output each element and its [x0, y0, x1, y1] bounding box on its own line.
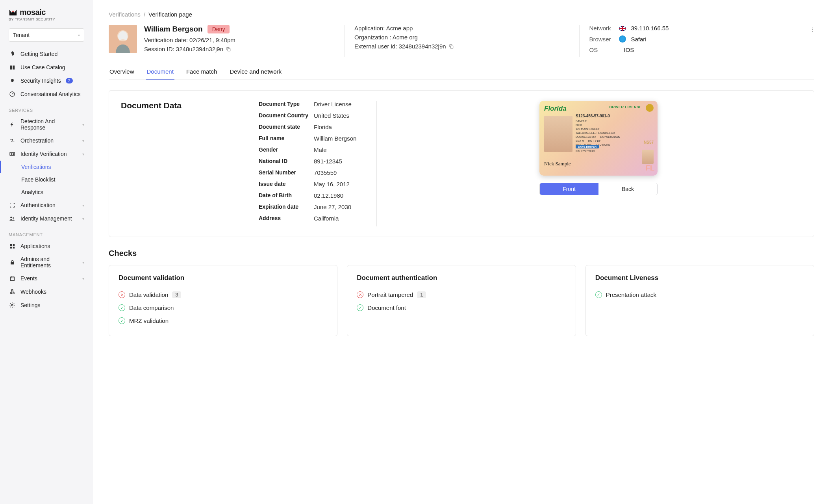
- check-fail-icon: ✕: [357, 291, 363, 298]
- nav-webhooks[interactable]: Webhooks: [0, 285, 93, 298]
- field-key: Full name: [259, 135, 314, 142]
- nav-orchestration[interactable]: Orchestration ▾: [0, 134, 93, 147]
- check-label: MRZ validation: [129, 317, 169, 324]
- check-row[interactable]: ✓Presentation attack: [595, 288, 804, 301]
- breadcrumb-parent[interactable]: Verifications: [109, 11, 141, 18]
- copy-icon[interactable]: [448, 44, 454, 49]
- seal-icon: [646, 104, 654, 112]
- check-row[interactable]: ✓Data comparison: [119, 301, 328, 314]
- toggle-back[interactable]: Back: [598, 183, 657, 195]
- nav-label: Verifications: [21, 164, 51, 170]
- nav-authentication[interactable]: Authentication ▾: [0, 198, 93, 212]
- nav-use-case-catalog[interactable]: Use Case Catalog: [0, 61, 93, 74]
- check-label: Portrait tampered: [367, 291, 413, 298]
- status-badge: Deny: [208, 25, 230, 33]
- field-key: Expiration date: [259, 204, 314, 210]
- nav-verifications[interactable]: Verifications: [0, 161, 93, 173]
- svg-rect-11: [11, 262, 14, 264]
- calendar-icon: [9, 275, 16, 282]
- nav-label: Conversational Analytics: [20, 91, 81, 97]
- check-label: Data validation: [129, 291, 168, 298]
- nav-conversational-analytics[interactable]: Conversational Analytics: [0, 87, 93, 101]
- chevron-down-icon: ▾: [78, 33, 80, 37]
- check-row[interactable]: ✕Data validation3: [119, 288, 328, 301]
- document-field-row: Serial Number7035559: [259, 169, 365, 176]
- check-ok-icon: ✓: [595, 291, 602, 298]
- document-data-title: Document Data: [121, 101, 251, 110]
- nav-security-insights[interactable]: Security Insights 2: [0, 74, 93, 87]
- nav-face-blocklist[interactable]: Face Blocklist: [0, 173, 93, 186]
- check-row[interactable]: ✓Document font: [357, 301, 566, 314]
- copy-icon[interactable]: [226, 46, 231, 52]
- field-value: 891-12345: [314, 158, 342, 165]
- field-value: United States: [314, 112, 349, 119]
- svg-point-5: [10, 217, 12, 218]
- nav-identity-management[interactable]: Identity Management ▾: [0, 212, 93, 225]
- apps-icon: [9, 243, 16, 250]
- field-value: Male: [314, 146, 327, 153]
- tenant-selector[interactable]: Tenant ▾: [9, 28, 84, 42]
- nav-label: Detection And Response: [20, 118, 78, 131]
- browser-label: Browser: [589, 36, 614, 43]
- section-management: MANAGEMENT: [0, 225, 93, 239]
- tab-document[interactable]: Document: [146, 64, 174, 80]
- tabs: Overview Document Face match Device and …: [109, 64, 814, 80]
- check-row[interactable]: ✓MRZ validation: [119, 314, 328, 327]
- field-value: California: [314, 215, 339, 222]
- checks-grid: Document validation✕Data validation3✓Dat…: [109, 265, 814, 336]
- bolt-icon: [9, 121, 16, 128]
- section-services: SERVICES: [0, 101, 93, 115]
- verification-header: William Bergson Deny Verification date: …: [109, 25, 814, 57]
- nav-settings[interactable]: Settings: [0, 298, 93, 312]
- chevron-down-icon: ▾: [82, 217, 84, 221]
- tab-device-network[interactable]: Device and network: [229, 64, 282, 80]
- field-value: 7035559: [314, 169, 337, 176]
- more-actions-button[interactable]: ⋮: [808, 25, 817, 34]
- users-icon: [9, 215, 16, 222]
- nav-label: Identity Management: [20, 215, 72, 222]
- field-key: Document Country: [259, 112, 314, 119]
- os-value: IOS: [624, 46, 634, 53]
- tab-face-match[interactable]: Face match: [185, 64, 218, 80]
- check-fail-icon: ✕: [119, 291, 125, 298]
- check-card: Document Liveness✓Presentation attack: [585, 265, 814, 336]
- field-value: William Bergson: [314, 135, 356, 142]
- nav-applications[interactable]: Applications: [0, 239, 93, 253]
- field-key: Issue date: [259, 181, 314, 187]
- svg-rect-0: [10, 65, 12, 69]
- svg-rect-10: [13, 246, 14, 248]
- nav-identity-verification[interactable]: Identity Verification ▾: [0, 147, 93, 161]
- nav-detection-response[interactable]: Detection And Response ▾: [0, 115, 93, 134]
- check-card: Document validation✕Data validation3✓Dat…: [109, 265, 337, 336]
- nav-label: Security Insights: [20, 78, 61, 84]
- tenant-selector-label: Tenant: [13, 32, 30, 38]
- subject-avatar: [109, 25, 137, 53]
- safe-driver-banner: SAFE DRIVER: [576, 145, 599, 148]
- field-value: June 27, 2030: [314, 204, 351, 210]
- check-card-title: Document validation: [119, 274, 328, 282]
- front-back-toggle: Front Back: [539, 183, 658, 195]
- chevron-down-icon: ▾: [82, 152, 84, 156]
- safari-icon: [619, 35, 626, 43]
- nav-events[interactable]: Events ▾: [0, 272, 93, 285]
- nav-label: Face Blocklist: [21, 176, 55, 183]
- check-label: Presentation attack: [606, 291, 656, 298]
- field-value: Florida: [314, 124, 332, 130]
- license-signature: Nick Sample: [544, 161, 571, 167]
- breadcrumb-current: Verification page: [148, 11, 192, 18]
- check-row[interactable]: ✕Portrait tampered1: [357, 288, 566, 301]
- toggle-front[interactable]: Front: [540, 183, 598, 195]
- nav-getting-started[interactable]: Getting Started: [0, 47, 93, 61]
- field-key: Serial Number: [259, 169, 314, 176]
- breadcrumb: Verifications / Verification page: [109, 11, 814, 18]
- nav-admins-entitlements[interactable]: Admins and Entitlements ▾: [0, 253, 93, 272]
- check-label: Document font: [367, 304, 406, 311]
- field-value: May 16, 2012: [314, 181, 350, 187]
- tab-overview[interactable]: Overview: [109, 64, 135, 80]
- network-label: Network: [589, 25, 614, 32]
- nav-analytics[interactable]: Analytics: [0, 186, 93, 198]
- svg-point-4: [11, 154, 12, 155]
- check-ok-icon: ✓: [119, 317, 125, 324]
- ip-address: 39.110.166.55: [631, 25, 669, 32]
- logo-byline: BY TRANSMIT SECURITY: [9, 17, 84, 21]
